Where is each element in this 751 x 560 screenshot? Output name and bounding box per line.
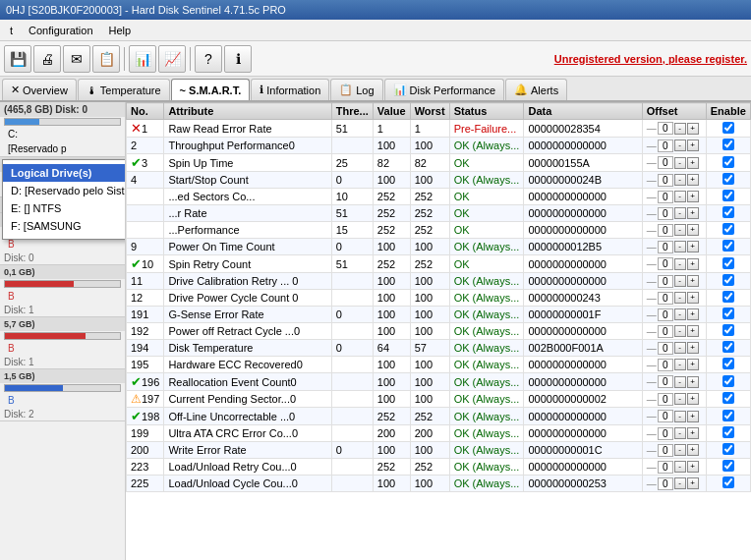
popup-item-e-ntfs[interactable]: E: [] NTFS: [3, 199, 126, 217]
enable-checkbox[interactable]: [722, 139, 734, 150]
popup-item-f-samsung[interactable]: F: [SAMSUNG: [3, 217, 126, 235]
offset-plus-btn[interactable]: +: [687, 325, 699, 337]
menu-item-help[interactable]: Help: [103, 23, 138, 38]
offset-plus-btn[interactable]: +: [687, 477, 699, 489]
offset-minus-btn[interactable]: -: [674, 325, 686, 337]
enable-checkbox[interactable]: [722, 240, 734, 252]
enable-checkbox[interactable]: [722, 324, 734, 336]
offset-minus-btn[interactable]: -: [674, 342, 686, 354]
offset-plus-btn[interactable]: +: [687, 258, 699, 270]
enable-checkbox[interactable]: [722, 392, 734, 404]
tab-temperature[interactable]: 🌡 Temperature: [78, 79, 170, 100]
tab-overview[interactable]: ✕ Overview: [2, 79, 77, 100]
enable-checkbox[interactable]: [722, 190, 734, 201]
offset-plus-btn[interactable]: +: [687, 191, 699, 202]
offset-minus-btn[interactable]: -: [674, 292, 686, 304]
offset-value: 0: [658, 427, 673, 440]
offset-plus-btn[interactable]: +: [687, 376, 699, 388]
offset-plus-btn[interactable]: +: [687, 207, 699, 219]
offset-minus-btn[interactable]: -: [674, 427, 686, 439]
popup-item-d-reservado[interactable]: D: [Reservado pelo Sistema] NTFS: [3, 182, 126, 199]
toolbar-btn-print[interactable]: 🖨: [33, 45, 61, 73]
tab-information[interactable]: ℹ Information: [251, 79, 329, 100]
enable-checkbox[interactable]: [722, 443, 734, 455]
toolbar-btn-help[interactable]: ?: [195, 45, 222, 73]
enable-checkbox[interactable]: [722, 426, 734, 438]
offset-plus-btn[interactable]: +: [687, 359, 699, 370]
offset-minus-btn[interactable]: -: [674, 359, 686, 370]
toolbar-btn-email[interactable]: ✉: [63, 45, 90, 73]
enable-checkbox[interactable]: [722, 308, 734, 319]
enable-checkbox[interactable]: [722, 476, 734, 488]
toolbar-btn-info[interactable]: ℹ: [224, 45, 252, 73]
offset-minus-btn[interactable]: -: [674, 123, 686, 135]
unregistered-notice[interactable]: Unregistered version, please register.: [554, 53, 747, 65]
disk-item-b3[interactable]: B: [0, 341, 125, 356]
tab-disk-performance[interactable]: 📊 Disk Performance: [384, 79, 504, 100]
cell-no: [127, 205, 164, 222]
offset-plus-btn[interactable]: +: [687, 241, 699, 252]
offset-plus-btn[interactable]: +: [687, 224, 699, 236]
offset-minus-btn[interactable]: -: [674, 157, 686, 169]
offset-plus-btn[interactable]: +: [687, 308, 699, 320]
offset-minus-btn[interactable]: -: [674, 444, 686, 456]
cell-offset: — 0 - +: [642, 459, 706, 476]
enable-checkbox[interactable]: [722, 122, 734, 134]
enable-checkbox[interactable]: [722, 410, 734, 421]
offset-plus-btn[interactable]: +: [687, 444, 699, 456]
enable-checkbox[interactable]: [722, 358, 734, 369]
offset-minus-btn[interactable]: -: [674, 461, 686, 473]
disk-item-b2[interactable]: B: [0, 289, 125, 304]
table-row: 2 Throughput Performance0 100 100 OK (Al…: [127, 138, 751, 154]
offset-minus-btn[interactable]: -: [674, 191, 686, 202]
enable-checkbox[interactable]: [722, 291, 734, 303]
enable-checkbox[interactable]: [722, 274, 734, 286]
cell-offset: — 0 - +: [642, 205, 706, 222]
offset-plus-btn[interactable]: +: [687, 461, 699, 473]
offset-minus-btn[interactable]: -: [674, 376, 686, 388]
disk-item-reservado[interactable]: [Reservado p: [0, 141, 125, 156]
toolbar-btn-copy[interactable]: 📋: [92, 45, 120, 73]
enable-checkbox[interactable]: [722, 257, 734, 269]
tab-log[interactable]: 📋 Log: [330, 79, 382, 100]
toolbar-btn-save[interactable]: 💾: [4, 45, 31, 73]
offset-minus-btn[interactable]: -: [674, 477, 686, 489]
offset-minus-btn[interactable]: -: [674, 174, 686, 186]
offset-plus-btn[interactable]: +: [687, 275, 699, 287]
offset-plus-btn[interactable]: +: [687, 411, 699, 422]
offset-minus-btn[interactable]: -: [674, 140, 686, 151]
offset-plus-btn[interactable]: +: [687, 123, 699, 135]
menu-item-configuration[interactable]: Configuration: [23, 23, 98, 38]
offset-plus-btn[interactable]: +: [687, 427, 699, 439]
toolbar-btn-graph[interactable]: 📈: [158, 45, 186, 73]
offset-minus-btn[interactable]: -: [674, 393, 686, 405]
disk-item-b4[interactable]: B: [0, 393, 125, 408]
toolbar-btn-chart[interactable]: 📊: [129, 45, 156, 73]
tab-smart[interactable]: ~ S.M.A.R.T.: [171, 79, 251, 100]
disk-item-c[interactable]: C:: [0, 127, 125, 141]
offset-plus-btn[interactable]: +: [687, 292, 699, 304]
offset-minus-btn[interactable]: -: [674, 258, 686, 270]
enable-checkbox[interactable]: [722, 375, 734, 387]
enable-checkbox[interactable]: [722, 173, 734, 185]
offset-minus-btn[interactable]: -: [674, 241, 686, 252]
enable-checkbox[interactable]: [722, 460, 734, 472]
offset-plus-btn[interactable]: +: [687, 140, 699, 151]
offset-minus-btn[interactable]: -: [674, 207, 686, 219]
offset-minus-btn[interactable]: -: [674, 411, 686, 422]
disk-header-0: (465,8 GB) Disk: 0: [0, 102, 125, 117]
enable-checkbox[interactable]: [722, 156, 734, 168]
offset-plus-btn[interactable]: +: [687, 157, 699, 169]
menu-item-file[interactable]: t: [4, 23, 19, 38]
offset-plus-btn[interactable]: +: [687, 342, 699, 354]
offset-minus-btn[interactable]: -: [674, 275, 686, 287]
tab-alerts[interactable]: 🔔 Alerts: [505, 79, 567, 100]
offset-minus-btn[interactable]: -: [674, 308, 686, 320]
enable-checkbox[interactable]: [722, 206, 734, 218]
offset-minus-btn[interactable]: -: [674, 224, 686, 236]
offset-plus-btn[interactable]: +: [687, 174, 699, 186]
cell-attr: Load/Unload Retry Cou...0: [164, 459, 331, 476]
enable-checkbox[interactable]: [722, 223, 734, 235]
offset-plus-btn[interactable]: +: [687, 393, 699, 405]
enable-checkbox[interactable]: [722, 341, 734, 353]
